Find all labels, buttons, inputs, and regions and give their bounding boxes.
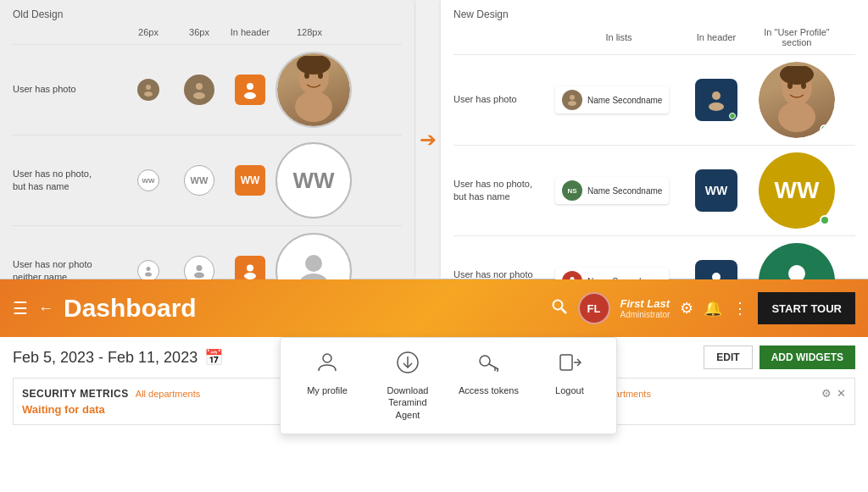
svg-point-11: [147, 267, 151, 271]
productivity-gear-icon[interactable]: ⚙: [821, 387, 832, 400]
settings-button[interactable]: ⚙: [680, 299, 693, 318]
date-range: Feb 5, 2023 - Feb 11, 2023 📅: [13, 348, 223, 367]
list-avatar-photo: Name Secondname: [555, 86, 669, 113]
productivity-metric-icons: ⚙ ✕: [821, 387, 846, 400]
notifications-button[interactable]: 🔔: [704, 299, 722, 318]
svg-point-15: [247, 265, 253, 272]
logout-icon: [558, 351, 581, 379]
avatar-26-photo: [123, 79, 174, 101]
top-section: Old Design 26px 36px In header 128px Use…: [0, 0, 868, 279]
header-right: FL First Last Administrator ⚙ 🔔 ⋮ START …: [551, 292, 855, 324]
old-row-photo: User has photo: [13, 44, 402, 135]
svg-point-17: [305, 255, 322, 272]
dashboard-title: Dashboard: [64, 294, 541, 323]
date-range-text: Feb 5, 2023 - Feb 11, 2023: [13, 349, 198, 367]
arrow-right-icon: ➔: [420, 128, 437, 152]
start-tour-button[interactable]: START TOUR: [758, 292, 855, 324]
new-list-noPhoto: NS Name Secondname: [555, 177, 682, 204]
svg-point-22: [709, 102, 724, 111]
my-profile-label: My profile: [307, 384, 348, 396]
svg-point-16: [244, 273, 256, 279]
calendar-icon[interactable]: 📅: [204, 348, 223, 367]
old-design-table: 26px 36px In header 128px User has photo: [13, 27, 402, 316]
new-col-profile: In "User Profile" section: [750, 27, 843, 47]
security-dept[interactable]: All departments: [136, 389, 200, 399]
add-widgets-button[interactable]: ADD WIDGETS: [760, 346, 855, 369]
svg-point-1: [144, 91, 153, 97]
user-name-block: First Last Administrator: [620, 297, 670, 319]
svg-point-21: [712, 91, 721, 100]
new-row-noPhoto-hasName: User has no photo,but has name NS Name S…: [453, 145, 855, 235]
security-metrics-title: SECURITY METRICS: [22, 388, 129, 400]
dropdown-access-tokens[interactable]: Access tokens: [459, 351, 519, 421]
dropdown-download-agent[interactable]: DownloadTeramindAgent: [378, 351, 437, 421]
avatar-header-noPhoto: WW: [225, 165, 275, 196]
col-header-128px: 128px: [275, 27, 343, 37]
dashboard-actions: EDIT ADD WIDGETS: [704, 346, 855, 369]
back-button[interactable]: ←: [38, 300, 53, 318]
svg-point-13: [197, 265, 203, 271]
svg-point-14: [194, 273, 204, 279]
svg-point-2: [196, 83, 203, 90]
dashboard-content: My profile DownloadTeramindAgent Access …: [0, 337, 868, 492]
svg-point-3: [193, 92, 205, 99]
user-dropdown-menu: My profile DownloadTeramindAgent Access …: [280, 337, 617, 434]
svg-point-4: [247, 83, 253, 90]
access-tokens-label: Access tokens: [459, 384, 519, 396]
svg-point-0: [146, 85, 151, 90]
dropdown-my-profile[interactable]: My profile: [298, 351, 357, 421]
svg-point-7: [295, 91, 332, 122]
svg-point-34: [553, 300, 562, 309]
new-header-noPhoto: WW: [682, 169, 750, 212]
list-name-photo: Name Secondname: [587, 96, 662, 105]
new-list-photo: Name Secondname: [555, 86, 682, 113]
new-col-header: In header: [682, 32, 750, 42]
avatar-header-photo: [225, 75, 275, 105]
new-profile-noPhoto: WW: [750, 152, 843, 229]
arrow-divider: ➔: [415, 0, 441, 279]
old-design-title: Old Design: [13, 8, 402, 20]
svg-point-36: [323, 354, 331, 362]
svg-point-5: [244, 92, 256, 99]
new-col-lists: In lists: [555, 32, 682, 42]
avatar-26-noPhoto: WW: [123, 169, 174, 191]
search-button[interactable]: [551, 298, 568, 319]
svg-point-20: [568, 101, 576, 106]
svg-point-39: [480, 356, 490, 366]
avatar-36-photo: [174, 75, 225, 105]
old-col-headers: 26px 36px In header 128px: [13, 27, 402, 37]
new-profile-photo: [750, 62, 843, 138]
svg-line-35: [561, 308, 566, 313]
list-name-noPhoto: Name Secondname: [587, 186, 662, 196]
old-row-photo-label: User has photo: [13, 83, 123, 96]
bottom-section: ☰ ← Dashboard FL First Last Administrato…: [0, 279, 868, 492]
list-avatar-noPhoto: NS Name Secondname: [555, 177, 669, 204]
dashboard-header: ☰ ← Dashboard FL First Last Administrato…: [0, 279, 868, 337]
svg-point-19: [570, 95, 575, 100]
key-icon: [476, 351, 500, 379]
new-design-title: New Design: [453, 8, 855, 20]
avatar-128-photo: [275, 52, 352, 128]
person-icon: [315, 351, 339, 379]
logout-label: Logout: [555, 384, 584, 396]
col-header-26px: 26px: [123, 27, 174, 37]
new-row-photo-label: User has photo: [453, 93, 555, 106]
new-col-headers: In lists In header In "User Profile" sec…: [453, 27, 855, 47]
download-icon: [396, 351, 420, 379]
more-options-button[interactable]: ⋮: [732, 299, 748, 318]
user-role: Administrator: [620, 310, 670, 319]
svg-rect-43: [560, 355, 572, 370]
new-row-noPhoto-label: User has no photo,but has name: [453, 178, 555, 204]
edit-button[interactable]: EDIT: [704, 346, 752, 369]
svg-point-24: [778, 102, 815, 132]
new-design-panel: New Design In lists In header In "User P…: [441, 0, 868, 279]
download-agent-label: DownloadTeramindAgent: [387, 384, 429, 421]
user-avatar[interactable]: FL: [578, 292, 610, 324]
hamburger-button[interactable]: ☰: [13, 298, 28, 318]
avatar-36-noPhoto: WW: [174, 165, 225, 196]
dropdown-logout[interactable]: Logout: [540, 351, 599, 421]
old-design-panel: Old Design 26px 36px In header 128px Use…: [0, 0, 415, 279]
productivity-close-icon[interactable]: ✕: [837, 387, 846, 400]
user-name: First Last: [620, 297, 670, 310]
col-header-inheader: In header: [225, 27, 275, 37]
